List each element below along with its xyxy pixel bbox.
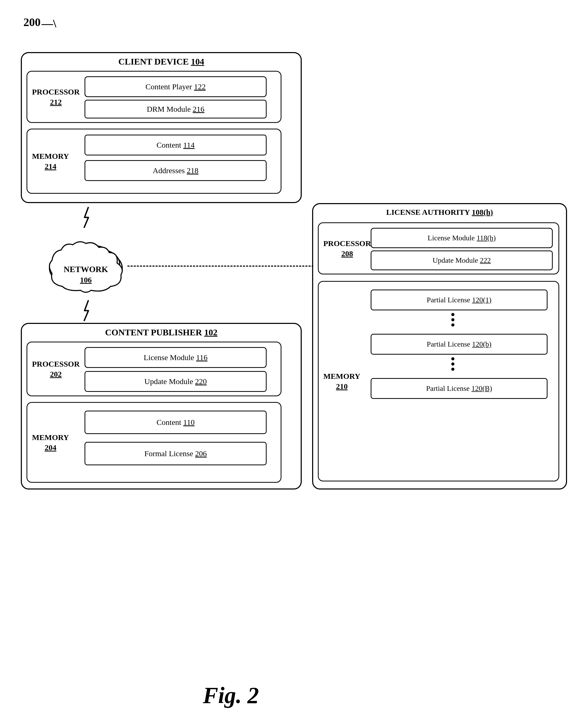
license-authority-box: LICENSE AUTHORITY 108(h) PROCESSOR208 Li… (312, 203, 567, 490)
content-player-box: Content Player 122 (85, 76, 267, 97)
publisher-formal-license-box: Formal License 206 (85, 442, 267, 465)
diagram-arrow: —\ (42, 17, 56, 30)
lightning-bottom (79, 299, 95, 322)
publisher-processor-box: PROCESSOR202 License Module 116 Update M… (27, 342, 281, 396)
partial-license-b-box: Partial License 120(b) (371, 334, 548, 355)
la-processor-box: PROCESSOR208 License Module 118(h) Updat… (318, 223, 559, 275)
publisher-content-box: Content 110 (85, 411, 267, 434)
dots-2 (451, 357, 454, 371)
drm-module-box: DRM Module 216 (85, 100, 267, 119)
client-processor-box: PROCESSOR212 Content Player 122 DRM Modu… (27, 71, 281, 123)
diagram-ref: 200 (23, 16, 40, 29)
client-processor-label: PROCESSOR212 (32, 87, 80, 107)
la-memory-label: MEMORY210 (323, 371, 360, 391)
client-addresses-box: Addresses 218 (85, 160, 267, 181)
la-license-module-box: License Module 118(h) (371, 228, 553, 248)
client-device-title: CLIENT DEVICE 104 (22, 57, 301, 67)
la-processor-label: PROCESSOR208 (323, 238, 371, 259)
content-publisher-box: CONTENT PUBLISHER 102 PROCESSOR202 Licen… (21, 323, 302, 490)
dots-1 (451, 313, 454, 327)
publisher-update-module-box: Update Module 220 (85, 371, 267, 392)
diagram-ref-number: 200 (23, 16, 40, 29)
publisher-memory-box: MEMORY204 Content 110 Formal License 206 (27, 402, 281, 483)
lightning-top (79, 206, 95, 229)
network-cloud: NETWORK 106 (42, 227, 130, 300)
license-authority-title: LICENSE AUTHORITY 108(h) (313, 208, 566, 217)
partial-license-1-box: Partial License 120(1) (371, 289, 548, 310)
publisher-memory-label: MEMORY204 (32, 432, 69, 452)
dashed-line-network (128, 266, 320, 267)
svg-text:NETWORK: NETWORK (64, 264, 108, 274)
la-memory-box: MEMORY210 Partial License 120(1) Partial… (318, 281, 559, 482)
client-content-box: Content 114 (85, 135, 267, 155)
client-memory-label: MEMORY214 (32, 151, 69, 171)
la-update-module-box: Update Module 222 (371, 251, 553, 270)
partial-license-B-box: Partial License 120(B) (371, 378, 548, 399)
publisher-license-module-box: License Module 116 (85, 347, 267, 368)
publisher-processor-label: PROCESSOR202 (32, 359, 80, 379)
client-memory-box: MEMORY214 Content 114 Addresses 218 (27, 129, 281, 194)
client-device-box: CLIENT DEVICE 104 PROCESSOR212 Content P… (21, 52, 302, 203)
content-publisher-title: CONTENT PUBLISHER 102 (22, 328, 301, 337)
svg-text:106: 106 (80, 276, 92, 284)
fig-label: Fig. 2 (203, 682, 259, 708)
